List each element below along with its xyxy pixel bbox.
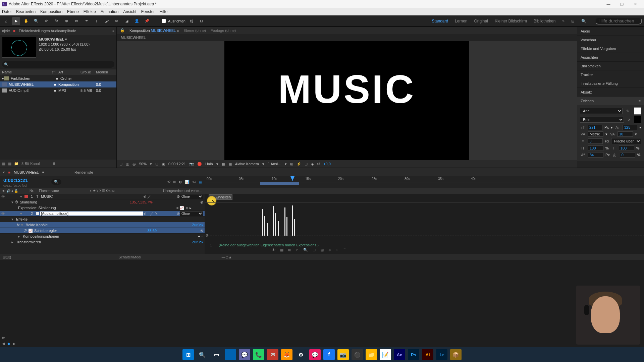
taskbar-firefox-icon[interactable]: 🦊 [281, 349, 292, 360]
exposure-value[interactable]: +0,0 [323, 162, 331, 166]
taskbar-ps-icon[interactable]: Ps [408, 349, 419, 360]
workspace-reset-icon[interactable]: ⊟ [571, 19, 575, 23]
current-time[interactable]: 0:00:12:21 [168, 162, 186, 166]
menu-effekte[interactable]: Effekte [84, 9, 96, 14]
taskbar-explorer-icon[interactable]: 📁 [366, 349, 377, 360]
hscale-input[interactable]: 100 [619, 145, 634, 151]
parent-dropdown-1[interactable]: Ohne [180, 194, 203, 199]
zoom-slider[interactable]: ⊙ [225, 255, 228, 259]
clone-tool-icon[interactable]: ⧉ [113, 17, 121, 25]
panel-libraries[interactable]: Bibliotheken [577, 62, 644, 70]
close-button[interactable]: ✕ [629, 0, 642, 8]
work-area-bar[interactable] [260, 182, 299, 185]
maximize-button[interactable]: ▢ [615, 0, 629, 8]
color-depth[interactable]: 8-Bit-Kanal [21, 162, 40, 166]
menu-datei[interactable]: Datei [2, 9, 11, 14]
panel-overflow-icon[interactable]: » [112, 29, 114, 33]
font-size-input[interactable]: 221 [588, 125, 602, 130]
viewer-tab-composition[interactable]: Komposition MUSICWHEEL ≡ [129, 28, 179, 33]
orbit-tool-icon[interactable]: ⟳ [42, 17, 50, 25]
taskbar-mail-icon[interactable]: ✉ [267, 349, 278, 360]
time-ruler[interactable]: 00s 05s 10s 15s 20s 25s 30s 35s 40s [205, 176, 644, 182]
zoom-dropdown[interactable]: 50% [139, 162, 147, 166]
parent-dropdown-2[interactable]: Ohne [180, 211, 203, 216]
tl-draft3d-icon[interactable]: 🏷 [192, 180, 196, 184]
toggle-alpha-icon[interactable]: ◎ [132, 162, 136, 166]
menu-fenster[interactable]: Fenster [141, 9, 155, 14]
menu-komposition[interactable]: Komposition [40, 9, 62, 14]
region-icon[interactable]: ▣ [162, 162, 165, 166]
grid-icon[interactable]: ⊞ [119, 162, 122, 166]
tl-shy-icon[interactable]: ⟲ [167, 180, 170, 184]
text-tool-icon[interactable]: T [93, 17, 101, 25]
workspace-standard[interactable]: Standard [432, 19, 448, 23]
taskbar-app-2[interactable]: ⚙ [295, 349, 307, 360]
stroke-color-swatch[interactable] [634, 116, 641, 123]
panel-audio[interactable]: Audio [577, 27, 644, 36]
no-fill-icon[interactable]: ⊘ [626, 118, 632, 122]
tl-motion-blur-icon[interactable]: ◐ [179, 180, 182, 184]
taskbar-app-1[interactable] [225, 349, 236, 360]
stroke-mode-dropdown[interactable]: Fläche über Kon… [611, 138, 641, 144]
resolution-icon[interactable]: ⊡ [155, 162, 158, 166]
viewer-tab-footage[interactable]: Footage (ohne) [211, 28, 236, 33]
toggle-switches-icon[interactable]: ⊞ [3, 255, 6, 259]
taskbar-ai-icon[interactable]: Ai [422, 349, 433, 360]
property-scale[interactable]: ▾⏱ Skalierung 135,7,135,7% ⊚ [0, 199, 205, 205]
tracking-input[interactable]: 10 [618, 131, 633, 137]
project-search-input[interactable]: 🔍 [2, 61, 114, 68]
menu-ansicht[interactable]: Ansicht [123, 9, 136, 14]
taskbar-search-icon[interactable]: 🔍 [197, 349, 208, 360]
snapshot-icon[interactable]: 📷 [189, 162, 194, 166]
auto-zoom-icon[interactable]: ∩ [296, 248, 299, 253]
taskbar-ae-icon[interactable]: Ae [394, 349, 405, 360]
home-icon[interactable]: ⌂ [2, 17, 10, 25]
font-weight-dropdown[interactable]: Bold [580, 117, 624, 123]
camera-dropdown[interactable]: Aktive Kamera [235, 162, 259, 166]
minimize-button[interactable]: — [602, 0, 615, 8]
playhead-icon[interactable] [290, 176, 294, 181]
panel-content-fill[interactable]: Inhaltsbasierte Füllung [577, 79, 644, 88]
property-transform[interactable]: ▸ Transformieren Zurück [0, 239, 205, 245]
property-effects[interactable]: ▾Effekte [0, 217, 205, 222]
fit-icon[interactable]: 🔍 [303, 248, 308, 253]
taskbar-app-3[interactable]: 📦 [450, 349, 462, 360]
tl-brainstorm-icon[interactable]: ▦ [199, 180, 202, 184]
anchor-tool-icon[interactable]: ⊕ [62, 17, 70, 25]
taskbar-teams-icon[interactable]: 💬 [239, 349, 250, 360]
menu-bearbeiten[interactable]: Bearbeiten [16, 9, 36, 14]
menu-hilfe[interactable]: Hilfe [159, 9, 167, 14]
taskbar-photos-icon[interactable]: 📷 [337, 349, 349, 360]
layer-2[interactable]: 👁 ▾ 2 [Audioamplitude] ⚹ ／ fx ⊚ Ohne [0, 211, 205, 217]
property-comp-options[interactable]: ▸ Kompositionsoptionen + – [0, 234, 205, 239]
graph-type-icon[interactable]: ▦ [280, 248, 283, 253]
stroke-width-input[interactable]: 0 [588, 138, 603, 144]
workspace-lernen[interactable]: Lernen [455, 19, 467, 23]
tab-effect-controls[interactable]: Effekteinstellungen Audioamplitude [19, 29, 76, 33]
views-dropdown[interactable]: 1 Ansi… [268, 162, 281, 166]
workspace-original[interactable]: Original [474, 19, 488, 23]
taskbar-obs-icon[interactable]: ⚫ [352, 349, 363, 360]
snap-options-icon[interactable]: ⊡ [198, 17, 206, 25]
workspace-kleiner[interactable]: Kleiner Bildschirm [495, 19, 527, 23]
panel-preview[interactable]: Vorschau [577, 36, 644, 44]
taskbar-facebook-icon[interactable]: f [323, 349, 335, 360]
fill-color-swatch[interactable] [634, 107, 641, 115]
eraser-tool-icon[interactable]: ◢ [123, 17, 131, 25]
taskbar-notepad-icon[interactable]: 📝 [380, 349, 391, 360]
timeline-close-icon[interactable]: × [3, 170, 5, 174]
project-item-folder[interactable]: ▸ Farbflächen ■ Ordner [0, 75, 116, 81]
baseline-input[interactable]: 34 [588, 152, 603, 158]
switches-modes-toggle[interactable]: Schalter/Modi [118, 255, 141, 259]
puppet-tool-icon[interactable]: 📌 [143, 17, 151, 25]
comp-thumbnail[interactable] [2, 37, 36, 58]
brainstorm-foot-icon[interactable]: {} [9, 255, 11, 259]
snap-graph-icon[interactable]: ⊞ [288, 248, 291, 253]
kerning-input[interactable]: Metrik [588, 131, 603, 137]
rotate-tool-icon[interactable]: ↻ [52, 17, 60, 25]
current-timecode[interactable]: 0:00:12:21 [0, 176, 31, 184]
panel-tracker[interactable]: Tracker [577, 70, 644, 79]
start-button[interactable]: ⊞ [182, 349, 194, 360]
effect-both-channels[interactable]: fx▾ Beide Kanäle Zurück [0, 222, 205, 228]
timeline-search-input[interactable]: 🔍 [51, 179, 61, 185]
